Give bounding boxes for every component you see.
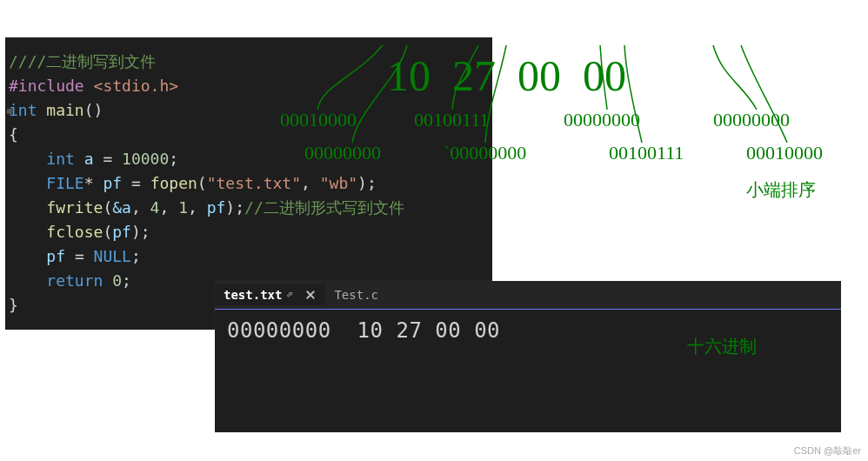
var-a: a xyxy=(84,150,94,168)
bin-r1-2: 00000000 xyxy=(564,109,640,131)
tab-test-txt[interactable]: test.txt xyxy=(215,284,325,305)
fwrite-arg-pf: pf xyxy=(207,198,226,217)
fclose-arg-pf: pf xyxy=(112,223,131,241)
val-10000: 10000 xyxy=(122,150,169,168)
bin-r2-3: 00010000 xyxy=(746,142,823,164)
include-header: <stdio.h> xyxy=(94,77,179,95)
kw-int-2: int xyxy=(46,150,75,168)
hex-byte-3: 00 xyxy=(583,51,626,100)
fn-fclose: fclose xyxy=(46,223,103,241)
bin-r2-0: 00000000 xyxy=(304,142,381,164)
fopen-arg2: "wb" xyxy=(320,174,357,192)
hex-byte-2: 00 xyxy=(517,51,561,100)
kw-null: NULL xyxy=(94,247,131,265)
fwrite-arg-1: 1 xyxy=(178,198,188,217)
pin-icon[interactable] xyxy=(287,289,299,301)
fwrite-arg-4: 4 xyxy=(150,198,160,217)
bin-r2-1: `00000000 xyxy=(444,142,526,164)
bin-r1-1: 00100111 xyxy=(414,109,489,131)
bin-r1-0: 00010000 xyxy=(280,109,357,131)
fwrite-comment: //二进制形式写到文件 xyxy=(244,198,404,217)
var-pf-2: pf xyxy=(46,247,65,265)
return-val: 0 xyxy=(112,271,122,290)
code-comment-top: ////二进制写到文件 xyxy=(9,52,156,70)
tab-test-c-label: Test.c xyxy=(334,288,378,302)
fn-fopen: fopen xyxy=(150,174,197,192)
bin-r2-2: 00100111 xyxy=(609,142,684,164)
fwrite-arg-a: &a xyxy=(112,198,131,217)
var-pf: pf xyxy=(103,174,122,192)
watermark: CSDN @敲敲er xyxy=(794,444,861,458)
kw-int: int xyxy=(9,101,37,119)
hex-offset: 00000000 xyxy=(227,318,331,343)
bin-r1-3: 00000000 xyxy=(713,109,790,131)
annotation-little-endian: 小端排序 xyxy=(746,178,816,202)
type-file: FILE xyxy=(46,174,83,192)
fn-main: main xyxy=(46,101,83,119)
hex-bytes: 10 27 00 00 xyxy=(357,318,500,343)
hex-byte-0: 10 xyxy=(387,51,431,100)
kw-return: return xyxy=(46,271,103,290)
close-icon[interactable] xyxy=(304,289,317,301)
fold-icon[interactable] xyxy=(7,109,12,114)
tab-test-c[interactable]: Test.c xyxy=(325,284,387,305)
hex-tab-bar: test.txt Test.c xyxy=(215,281,841,310)
annotation-hex: 十六进制 xyxy=(687,335,757,358)
hex-byte-1: 27 xyxy=(452,51,496,100)
tab-test-txt-label: test.txt xyxy=(224,288,282,302)
hex-bytes-header: 10 27 00 00 xyxy=(365,0,626,101)
fopen-arg1: "test.txt" xyxy=(207,174,301,192)
fn-fwrite: fwrite xyxy=(46,198,103,217)
include-keyword: #include xyxy=(9,77,84,95)
